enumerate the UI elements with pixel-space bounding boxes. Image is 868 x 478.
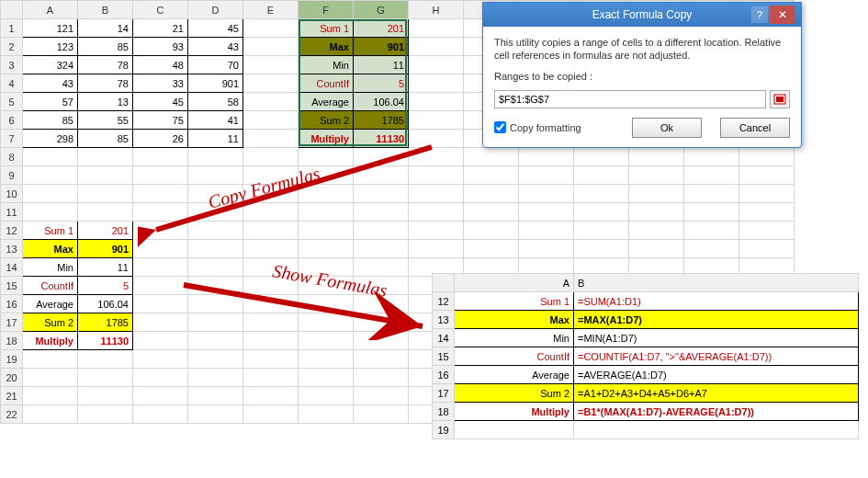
cell-C2[interactable]: 93 <box>133 38 188 56</box>
cell-A6[interactable]: 85 <box>23 111 78 130</box>
cell-B16[interactable]: 106.04 <box>78 295 133 313</box>
fv-corner[interactable] <box>433 274 455 292</box>
fv-cell-A15[interactable]: CountIf <box>455 347 574 366</box>
cell-A12[interactable]: Sum 1 <box>23 222 78 240</box>
cell-I13[interactable] <box>464 240 519 258</box>
cell-N10[interactable] <box>739 185 795 203</box>
fv-row-16[interactable]: 16 <box>433 366 455 384</box>
dialog-titlebar[interactable]: Exact Formula Copy ? ✕ <box>483 3 801 27</box>
cell-B5[interactable]: 13 <box>78 93 133 111</box>
cell-K13[interactable] <box>574 240 629 258</box>
cell-A7[interactable]: 298 <box>23 130 78 148</box>
cell-E21[interactable] <box>243 387 299 405</box>
cell-D2[interactable]: 43 <box>188 38 243 56</box>
col-header-E[interactable]: E <box>243 1 299 19</box>
cell-G2[interactable]: 901 <box>354 38 409 56</box>
row-header-16[interactable]: 16 <box>1 295 23 313</box>
cell-F6[interactable]: Sum 2 <box>299 111 354 130</box>
row-header-10[interactable]: 10 <box>1 185 23 203</box>
cell-D6[interactable]: 41 <box>188 111 243 130</box>
col-header-G[interactable]: G <box>354 1 409 19</box>
cell-M10[interactable] <box>684 185 739 203</box>
cell-F5[interactable]: Average <box>299 93 354 111</box>
cell-G5[interactable]: 106.04 <box>354 93 409 111</box>
fv-cell-B18[interactable]: =B1*(MAX(A1:D7)-AVERAGE(A1:D7)) <box>574 403 859 421</box>
fv-cell-B14[interactable]: =MIN(A1:D7) <box>574 329 859 347</box>
close-button[interactable]: ✕ <box>770 6 795 24</box>
cell-J11[interactable] <box>519 203 574 222</box>
cell-E5[interactable] <box>243 93 299 111</box>
row-header-11[interactable]: 11 <box>1 203 23 222</box>
cell-L11[interactable] <box>629 203 684 222</box>
cell-N11[interactable] <box>739 203 795 222</box>
cell-M11[interactable] <box>684 203 739 222</box>
cell-D4[interactable]: 901 <box>188 74 243 93</box>
cell-B10[interactable] <box>78 185 133 203</box>
ok-button[interactable]: Ok <box>632 118 702 138</box>
cell-B17[interactable]: 1785 <box>78 313 133 332</box>
row-header-3[interactable]: 3 <box>1 56 23 74</box>
cell-K9[interactable] <box>574 166 629 185</box>
cell-H2[interactable] <box>409 38 464 56</box>
cell-B11[interactable] <box>78 203 133 222</box>
cell-B6[interactable]: 55 <box>78 111 133 130</box>
cell-A11[interactable] <box>23 203 78 222</box>
cell-D19[interactable] <box>188 350 243 369</box>
cell-H5[interactable] <box>409 93 464 111</box>
fv-row-14[interactable]: 14 <box>433 329 455 347</box>
row-header-22[interactable]: 22 <box>1 405 23 424</box>
cell-A4[interactable]: 43 <box>23 74 78 93</box>
cell-C22[interactable] <box>133 405 188 424</box>
col-header-B[interactable]: B <box>78 1 133 19</box>
cell-I10[interactable] <box>464 185 519 203</box>
cell-B18[interactable]: 11130 <box>78 332 133 350</box>
cell-A21[interactable] <box>23 387 78 405</box>
cell-B4[interactable]: 78 <box>78 74 133 93</box>
cell-A22[interactable] <box>23 405 78 424</box>
cell-G22[interactable] <box>354 405 409 424</box>
cancel-button[interactable]: Cancel <box>720 118 790 138</box>
cell-A20[interactable] <box>23 369 78 387</box>
col-header-C[interactable]: C <box>133 1 188 19</box>
cell-B14[interactable]: 11 <box>78 258 133 277</box>
cell-E19[interactable] <box>243 350 299 369</box>
cell-B9[interactable] <box>78 166 133 185</box>
cell-F4[interactable]: CountIf <box>299 74 354 93</box>
cell-A14[interactable]: Min <box>23 258 78 277</box>
cell-J10[interactable] <box>519 185 574 203</box>
col-header-A[interactable]: A <box>23 1 78 19</box>
fv-cell-A13[interactable]: Max <box>455 311 574 329</box>
cell-A17[interactable]: Sum 2 <box>23 313 78 332</box>
cell-G6[interactable]: 1785 <box>354 111 409 130</box>
fv-row-19[interactable]: 19 <box>433 421 455 439</box>
cell-L13[interactable] <box>629 240 684 258</box>
cell-D14[interactable] <box>188 258 243 277</box>
help-button[interactable]: ? <box>751 6 768 23</box>
cell-C5[interactable]: 45 <box>133 93 188 111</box>
cell-K12[interactable] <box>574 222 629 240</box>
cell-H1[interactable] <box>409 19 464 38</box>
cell-J9[interactable] <box>519 166 574 185</box>
cell-B1[interactable]: 14 <box>78 19 133 38</box>
copy-formatting-label[interactable]: Copy formatting <box>494 121 614 133</box>
cell-E1[interactable] <box>243 19 299 38</box>
fv-col-B[interactable]: B <box>574 274 859 292</box>
cell-F2[interactable]: Max <box>299 38 354 56</box>
cell-B21[interactable] <box>78 387 133 405</box>
cell-M8[interactable] <box>684 148 739 166</box>
copy-formatting-checkbox[interactable] <box>494 121 506 133</box>
fv-row-17[interactable]: 17 <box>433 384 455 403</box>
cell-A8[interactable] <box>23 148 78 166</box>
cell-J13[interactable] <box>519 240 574 258</box>
row-header-12[interactable]: 12 <box>1 222 23 240</box>
fv-cell-A14[interactable]: Min <box>455 329 574 347</box>
cell-D22[interactable] <box>188 405 243 424</box>
col-header-F[interactable]: F <box>299 1 354 19</box>
cell-K11[interactable] <box>574 203 629 222</box>
range-picker-button[interactable] <box>770 90 790 108</box>
cell-E2[interactable] <box>243 38 299 56</box>
row-header-4[interactable]: 4 <box>1 74 23 93</box>
cell-G1[interactable]: 201 <box>354 19 409 38</box>
cell-D20[interactable] <box>188 369 243 387</box>
cell-M12[interactable] <box>684 222 739 240</box>
